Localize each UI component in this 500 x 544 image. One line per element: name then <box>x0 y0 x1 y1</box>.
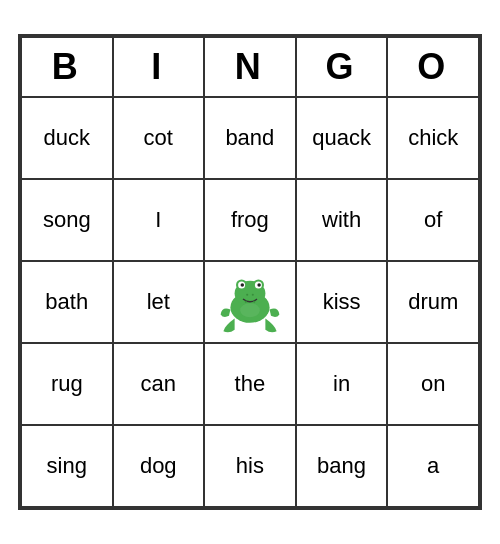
cell-r1c4: quack <box>296 97 388 179</box>
cell-r4c5: on <box>387 343 479 425</box>
cell-r4c2: can <box>113 343 204 425</box>
cell-r1c5: chick <box>387 97 479 179</box>
cell-r4c1: rug <box>21 343 113 425</box>
svg-point-10 <box>240 303 260 317</box>
cell-r2c5: of <box>387 179 479 261</box>
header-row: B I N G O <box>21 37 479 97</box>
cell-r5c1: sing <box>21 425 113 507</box>
table-row: bath let <box>21 261 479 343</box>
cell-r3c5: drum <box>387 261 479 343</box>
cell-r4c4: in <box>296 343 388 425</box>
cell-r2c4: with <box>296 179 388 261</box>
cell-r2c2: I <box>113 179 204 261</box>
svg-point-12 <box>253 301 255 303</box>
cell-r4c3: the <box>204 343 296 425</box>
cell-r5c4: bang <box>296 425 388 507</box>
cell-r1c2: cot <box>113 97 204 179</box>
header-i: I <box>113 37 204 97</box>
svg-point-9 <box>252 294 254 296</box>
cell-r1c3: band <box>204 97 296 179</box>
bingo-card: B I N G O duck cot band quack chick song… <box>18 34 482 510</box>
header-o: O <box>387 37 479 97</box>
cell-r3c2: let <box>113 261 204 343</box>
cell-r2c3: frog <box>204 179 296 261</box>
cell-r3c1: bath <box>21 261 113 343</box>
table-row: duck cot band quack chick <box>21 97 479 179</box>
cell-r3c4: kiss <box>296 261 388 343</box>
table-row: song I frog with of <box>21 179 479 261</box>
table-row: sing dog his bang a <box>21 425 479 507</box>
header-n: N <box>204 37 296 97</box>
cell-r5c3: his <box>204 425 296 507</box>
frog-icon <box>215 264 285 334</box>
svg-point-11 <box>245 301 247 303</box>
svg-point-7 <box>257 283 261 287</box>
svg-point-8 <box>246 294 248 296</box>
table-row: rug can the in on <box>21 343 479 425</box>
header-g: G <box>296 37 388 97</box>
cell-r5c2: dog <box>113 425 204 507</box>
svg-point-6 <box>240 283 244 287</box>
cell-r3c3-free <box>204 261 296 343</box>
cell-r2c1: song <box>21 179 113 261</box>
header-b: B <box>21 37 113 97</box>
bingo-table: B I N G O duck cot band quack chick song… <box>20 36 480 508</box>
cell-r1c1: duck <box>21 97 113 179</box>
cell-r5c5: a <box>387 425 479 507</box>
